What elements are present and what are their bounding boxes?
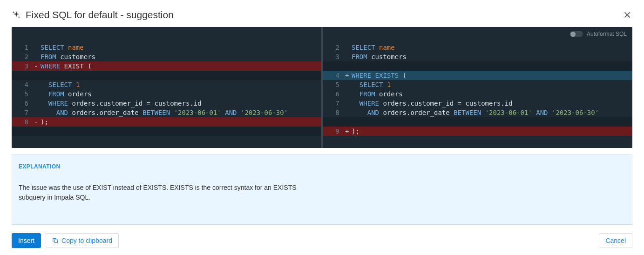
copy-button[interactable]: Copy to clipboard — [46, 233, 119, 248]
diff-marker: - — [34, 61, 41, 71]
code-row: 3-WHERE EXIST ( — [12, 61, 321, 71]
cancel-label: Cancel — [605, 237, 626, 244]
modal-footer: Insert Copy to clipboard Cancel — [12, 233, 632, 248]
code-row: 4 SELECT 1 — [12, 80, 321, 89]
code-row — [12, 71, 321, 80]
line-number: 2 — [323, 43, 345, 52]
code-row: 5 SELECT 1 — [323, 80, 632, 89]
code-row: 5 FROM orders — [12, 89, 321, 99]
code-row — [12, 136, 321, 145]
diff-viewer: Autoformat SQL 1SELECT name2FROM custome… — [12, 27, 632, 148]
line-number: 5 — [323, 80, 345, 89]
copy-icon — [52, 237, 59, 244]
code-line: AND orders.order_date BETWEEN '2023-06-0… — [41, 108, 288, 117]
code-row — [323, 117, 632, 127]
line-number: 3 — [323, 52, 345, 61]
diff-marker: + — [345, 71, 352, 80]
code-line: SELECT 1 — [41, 80, 80, 89]
line-number: 2 — [12, 52, 34, 61]
code-line: SELECT name — [352, 43, 395, 52]
code-row — [12, 127, 321, 136]
explanation-title: EXPLANATION — [19, 162, 625, 171]
code-line: FROM orders — [352, 89, 403, 99]
code-line: SELECT name — [41, 43, 84, 52]
cancel-button[interactable]: Cancel — [599, 233, 632, 248]
line-number: 8 — [12, 117, 34, 127]
code-row: 2FROM customers — [12, 52, 321, 61]
line-number: 9 — [323, 127, 345, 136]
diff-left-pane: 1SELECT name2FROM customers3-WHERE EXIST… — [12, 27, 323, 148]
sparkle-icon — [12, 10, 21, 20]
code-row — [323, 61, 632, 71]
code-row: 1SELECT name — [12, 43, 321, 52]
code-row: 8-); — [12, 117, 321, 127]
code-row: 6 WHERE orders.customer_id = customers.i… — [12, 99, 321, 108]
code-line: ); — [352, 127, 359, 136]
line-number: 5 — [12, 89, 34, 99]
code-line: ); — [41, 117, 48, 127]
code-line: WHERE orders.customer_id = customers.id — [352, 99, 513, 108]
code-row — [323, 136, 632, 145]
line-number: 4 — [323, 71, 345, 80]
code-row: 7 AND orders.order_date BETWEEN '2023-06… — [12, 108, 321, 117]
line-number: 3 — [12, 61, 34, 71]
insert-button[interactable]: Insert — [12, 233, 41, 248]
line-number: 8 — [323, 108, 345, 117]
explanation-body: The issue was the use of EXIST instead o… — [19, 183, 303, 202]
insert-label: Insert — [18, 237, 34, 244]
autoformat-label: Autoformat SQL — [587, 31, 627, 37]
line-number: 4 — [12, 80, 34, 89]
line-number: 7 — [12, 108, 34, 117]
line-number: 6 — [12, 99, 34, 108]
code-line: AND orders.order_date BETWEEN '2023-06-0… — [352, 108, 599, 117]
line-number: 7 — [323, 99, 345, 108]
autoformat-toggle[interactable] — [570, 31, 583, 37]
code-row: 4+WHERE EXISTS ( — [323, 71, 632, 80]
code-line: WHERE EXIST ( — [41, 61, 92, 71]
line-number: 1 — [12, 43, 34, 52]
code-row: 3FROM customers — [323, 52, 632, 61]
diff-marker: + — [345, 127, 352, 136]
autoformat-toggle-area: Autoformat SQL — [570, 31, 627, 37]
svg-rect-0 — [54, 240, 57, 242]
line-number: 6 — [323, 89, 345, 99]
modal-header: Fixed SQL for default - suggestion — [12, 9, 632, 20]
close-icon[interactable] — [622, 10, 632, 20]
modal-title: Fixed SQL for default - suggestion — [26, 9, 617, 20]
code-line: WHERE EXISTS ( — [352, 71, 407, 80]
copy-label: Copy to clipboard — [61, 237, 112, 244]
code-row: 7 WHERE orders.customer_id = customers.i… — [323, 99, 632, 108]
code-line: FROM orders — [41, 89, 92, 99]
diff-right-pane: 2SELECT name3FROM customers4+WHERE EXIST… — [323, 27, 632, 148]
code-line: FROM customers — [352, 52, 407, 61]
explanation-panel: EXPLANATION The issue was the use of EXI… — [12, 154, 632, 225]
code-row: 9+); — [323, 127, 632, 136]
code-row: 8 AND orders.order_date BETWEEN '2023-06… — [323, 108, 632, 117]
code-row: 6 FROM orders — [323, 89, 632, 99]
code-line: WHERE orders.customer_id = customers.id — [41, 99, 202, 108]
code-line: FROM customers — [41, 52, 95, 61]
code-row: 2SELECT name — [323, 43, 632, 52]
code-line: SELECT 1 — [352, 80, 391, 89]
diff-marker: - — [34, 117, 41, 127]
